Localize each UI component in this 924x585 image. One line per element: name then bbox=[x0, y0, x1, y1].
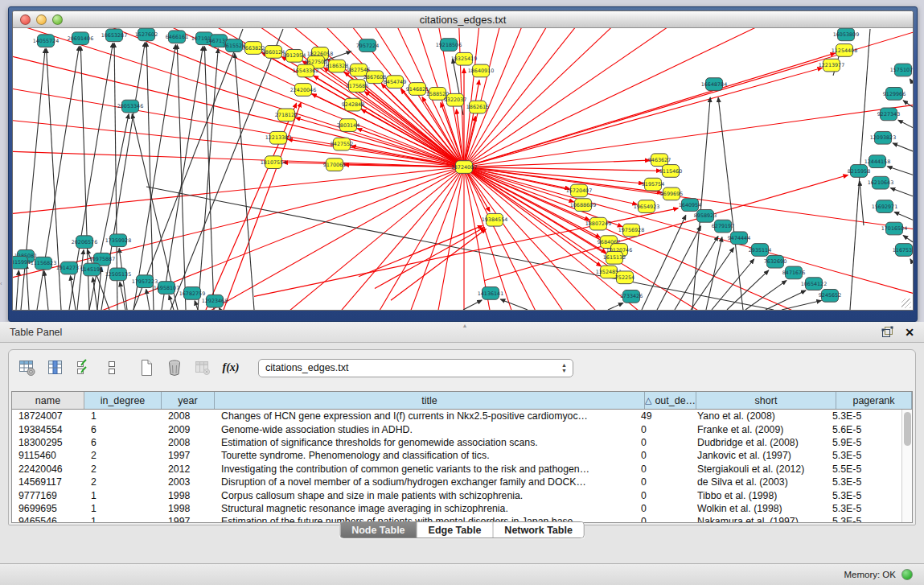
cell-name[interactable]: 18724007 bbox=[12, 410, 84, 422]
tab-network-table[interactable]: Network Table bbox=[493, 522, 584, 538]
cell-out_degree[interactable]: 0 bbox=[634, 437, 686, 448]
cell-short[interactable]: Wolkin et al. (1998) bbox=[686, 503, 826, 514]
network-window-titlebar[interactable]: citations_edges.txt bbox=[13, 11, 913, 28]
cell-out_degree[interactable]: 0 bbox=[634, 476, 686, 488]
network-node[interactable]: 9227343 bbox=[877, 108, 900, 121]
cell-short[interactable]: de Silva et al. (2003) bbox=[686, 476, 826, 488]
float-panel-icon[interactable] bbox=[881, 326, 893, 338]
network-node[interactable]: 8454749 bbox=[384, 76, 406, 89]
network-node[interactable]: 20206576 bbox=[72, 236, 98, 249]
table-row[interactable]: 969969511998Structural magnetic resonanc… bbox=[12, 502, 901, 515]
network-node[interactable]: 16648784 bbox=[701, 78, 728, 91]
table-row[interactable]: 1872400712008Changes of HCN gene express… bbox=[12, 410, 901, 422]
network-node[interactable]: 12505135 bbox=[105, 268, 132, 281]
network-node[interactable]: 9474444 bbox=[728, 232, 750, 245]
cell-year[interactable]: 1998 bbox=[162, 503, 215, 514]
network-node[interactable]: 1527602 bbox=[135, 28, 158, 41]
resize-grip-icon[interactable] bbox=[901, 299, 911, 308]
column-header-short[interactable]: short bbox=[696, 392, 836, 409]
network-node[interactable]: 1733426 bbox=[620, 290, 643, 303]
tab-edge-table[interactable]: Edge Table bbox=[417, 522, 494, 538]
table-row[interactable]: 1456911722003Disruption of a novel membe… bbox=[12, 476, 901, 488]
cell-pagerank[interactable]: 5.9E-5 bbox=[826, 437, 901, 448]
network-node[interactable]: 8215958 bbox=[848, 165, 870, 178]
cell-short[interactable]: Stergiakouli et al. (2012) bbox=[686, 463, 826, 475]
network-node[interactable]: 19218506 bbox=[436, 39, 462, 51]
cell-pagerank[interactable]: 5.6E-5 bbox=[826, 424, 901, 435]
cell-year[interactable]: 2012 bbox=[162, 463, 215, 475]
network-node[interactable]: 18107554 bbox=[261, 156, 287, 169]
cell-name[interactable]: 9777169 bbox=[12, 490, 84, 501]
network-node[interactable]: 1615132 bbox=[603, 251, 626, 264]
column-header-out_degree[interactable]: △out_de… bbox=[645, 392, 696, 409]
cell-in_degree[interactable]: 1 bbox=[84, 516, 162, 522]
cell-in_degree[interactable]: 2 bbox=[84, 450, 162, 461]
network-node[interactable]: 19654923 bbox=[634, 200, 660, 213]
table-row[interactable]: 1938455462009Genome-wide association stu… bbox=[12, 422, 901, 435]
network-node[interactable]: 19756928 bbox=[618, 224, 645, 237]
network-node[interactable]: 9699695 bbox=[660, 187, 683, 200]
create-column-icon[interactable] bbox=[136, 357, 157, 378]
network-node[interactable]: 17359928 bbox=[105, 234, 132, 247]
network-node[interactable]: 2803144 bbox=[337, 119, 359, 132]
cell-title[interactable]: Structural magnetic resonance image aver… bbox=[215, 503, 634, 514]
network-node[interactable]: 16210643 bbox=[868, 176, 894, 189]
cell-in_degree[interactable]: 1 bbox=[84, 410, 162, 422]
network-node[interactable]: 15692971 bbox=[872, 200, 898, 213]
cell-out_degree[interactable]: 49 bbox=[634, 410, 686, 422]
network-node[interactable]: 9860124 bbox=[262, 46, 285, 59]
cell-short[interactable]: Yano et al. (2008) bbox=[686, 410, 826, 422]
cell-name[interactable]: 9115460 bbox=[12, 450, 84, 461]
table-row[interactable]: 911546021997Tourette syndrome. Phenomeno… bbox=[12, 449, 901, 462]
network-node[interactable]: 18640910 bbox=[468, 64, 495, 77]
cell-pagerank[interactable]: 5.3E-5 bbox=[826, 450, 901, 461]
column-header-name[interactable]: name bbox=[12, 392, 84, 409]
network-node[interactable]: 10653287 bbox=[101, 29, 128, 42]
network-node[interactable]: 18807249 bbox=[585, 217, 612, 230]
cell-year[interactable]: 1997 bbox=[162, 450, 215, 461]
select-all-icon[interactable] bbox=[73, 357, 94, 378]
cell-year[interactable]: 1997 bbox=[162, 516, 215, 522]
cell-name[interactable]: 9699695 bbox=[12, 503, 84, 514]
cell-year[interactable]: 2008 bbox=[162, 410, 215, 422]
cell-out_degree[interactable]: 0 bbox=[634, 463, 686, 475]
cell-title[interactable]: Disruption of a novel member of a sodium… bbox=[215, 476, 634, 488]
network-node[interactable]: 9115460 bbox=[659, 165, 682, 178]
cell-pagerank[interactable]: 5.3E-5 bbox=[826, 490, 901, 501]
column-header-pagerank[interactable]: pagerank bbox=[836, 392, 912, 409]
cell-in_degree[interactable]: 1 bbox=[84, 503, 162, 514]
network-node[interactable]: 9195754 bbox=[642, 178, 664, 191]
network-node[interactable]: 9242848 bbox=[342, 98, 364, 111]
table-row[interactable]: 2242004622012Investigating the contribut… bbox=[12, 463, 901, 476]
network-node[interactable]: 15751074 bbox=[890, 64, 913, 76]
cell-title[interactable]: Changes of HCN gene expression and I(f) … bbox=[215, 410, 634, 422]
function-builder-icon[interactable]: f(x) bbox=[220, 357, 241, 378]
network-node[interactable]: 10688609 bbox=[570, 199, 597, 212]
network-node[interactable]: 19142737 bbox=[56, 262, 83, 274]
cell-name[interactable]: 18300295 bbox=[12, 437, 84, 448]
sidebar-collapse-handle[interactable]: ‹ bbox=[0, 280, 6, 288]
network-node[interactable]: 3175685 bbox=[346, 80, 368, 93]
cell-year[interactable]: 2003 bbox=[162, 476, 215, 488]
network-node[interactable]: 2935114 bbox=[749, 244, 771, 257]
cell-short[interactable]: Tibbo et al. (1998) bbox=[686, 490, 826, 501]
network-node[interactable]: 8912954 bbox=[283, 49, 306, 62]
delete-column-icon[interactable] bbox=[164, 357, 185, 378]
network-node[interactable]: 20691406 bbox=[68, 32, 94, 45]
cell-name[interactable]: 14569117 bbox=[12, 476, 84, 488]
cell-short[interactable]: Nakamura et al. (1997) bbox=[686, 516, 826, 522]
network-node[interactable]: 1862615 bbox=[466, 101, 489, 113]
cell-name[interactable]: 19384554 bbox=[12, 424, 84, 435]
cell-title[interactable]: Tourette syndrome. Phenomenology and cla… bbox=[215, 450, 634, 461]
table-mode-icon[interactable] bbox=[17, 357, 38, 378]
network-node[interactable]: 15720407 bbox=[566, 184, 593, 197]
network-node[interactable]: 6279197 bbox=[712, 220, 734, 233]
zoom-window-icon[interactable] bbox=[52, 14, 63, 25]
network-node[interactable]: 7615526 bbox=[223, 39, 245, 52]
clear-selection-icon[interactable] bbox=[101, 357, 122, 378]
column-header-in_degree[interactable]: in_degree bbox=[84, 392, 162, 409]
cell-in_degree[interactable]: 6 bbox=[84, 424, 162, 435]
cell-title[interactable]: Investigating the contribution of common… bbox=[215, 463, 634, 475]
column-header-title[interactable]: title bbox=[215, 392, 645, 409]
splitter-handle-icon[interactable]: ▲ bbox=[462, 323, 468, 328]
